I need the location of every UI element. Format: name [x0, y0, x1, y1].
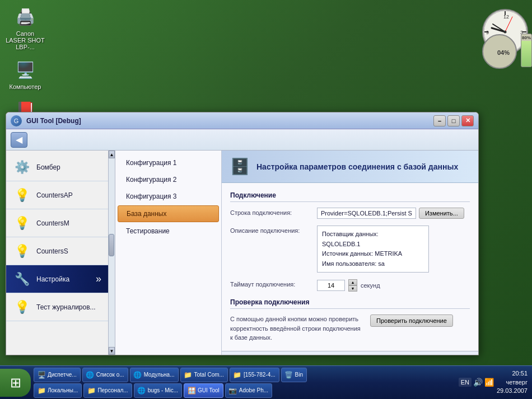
task155-label: [155-782-4... [244, 372, 276, 378]
conn-desc-line4: Имя пользователя: sa [322, 259, 424, 269]
scroll-down-button[interactable]: ▼ [109, 347, 115, 355]
module-icon: 🌐 [134, 371, 142, 379]
sub-navigation: Конфигурация 1 Конфигурация 2 Конфигурац… [115, 151, 222, 355]
taskbar-clock: 20:51 четверг 29.03.2007 [497, 369, 528, 395]
detail-content-area: Подключение Строка подключения: Provider… [222, 183, 478, 351]
minimize-button[interactable]: – [433, 115, 446, 126]
scroll-up-button[interactable]: ▲ [109, 151, 115, 158]
taskbar-row-2: 📁 Локальны... 📁 Персонал... 🌐 bugs - Mic… [34, 383, 459, 398]
counterss-label: CountersS [36, 247, 68, 255]
computer-label: Компьютер [10, 83, 41, 90]
subnav-config1[interactable]: Конфигурация 1 [118, 155, 219, 171]
close-button[interactable]: ✕ [461, 115, 474, 126]
taskbar: ⊞ 🖥️ Диспетче... 🌐 Список о... 🌐 Модульн… [0, 365, 532, 399]
sidebar-container: ⚙️ Бомбер 💡 CountersAP 💡 CountersM 💡 Cou… [6, 151, 115, 355]
maximize-button[interactable]: □ [447, 115, 460, 126]
spinner-up-button[interactable]: ▲ [348, 279, 357, 285]
timeout-input[interactable] [317, 280, 345, 291]
local-label: Локальны... [48, 387, 78, 393]
countersm-icon: 💡 [13, 214, 31, 232]
window-controls: – □ ✕ [433, 115, 474, 126]
taskbar-totalcmd[interactable]: 📁 Total Com... [180, 368, 228, 382]
taskbar-bin[interactable]: 🗑️ Bin [281, 368, 307, 382]
list-label: Список о... [96, 372, 124, 378]
system-gauges: 04% 80% [482, 34, 532, 70]
sidebar-item-nastroika[interactable]: 🔧 Настройка » [6, 265, 108, 293]
nastroika-icon: 🔧 [13, 270, 31, 288]
change-button[interactable]: Изменить... [419, 208, 464, 219]
bomber-label: Бомбер [36, 163, 60, 171]
conn-desc-box: Поставщик данных: SQLOLEDB.1 Источник да… [317, 226, 429, 273]
desktop-icon-printer[interactable]: 🖨️ Canon LASER SHOT LBP-... [6, 6, 45, 50]
sidebar-item-counterss[interactable]: 💡 CountersS [6, 237, 108, 265]
totalcmd-icon: 📁 [184, 371, 192, 379]
volume-icon[interactable]: 🔊 [473, 378, 483, 387]
taskbar-task155[interactable]: 📁 [155-782-4... [230, 368, 279, 382]
timeout-unit: секунд [361, 282, 380, 289]
local-icon: 📁 [38, 387, 45, 395]
spinner-buttons: ▲ ▼ [348, 279, 357, 292]
taskbar-bugs[interactable]: 🌐 bugs - Mic... [134, 383, 182, 398]
subnav-database[interactable]: База данных [118, 205, 219, 222]
connection-section-label: Подключение [230, 191, 470, 202]
taskbar-adobe-ph[interactable]: 📷 Adobe Ph... [225, 383, 272, 398]
bin-icon: 🗑️ [285, 371, 293, 379]
taskbar-module[interactable]: 🌐 Модульна... [130, 368, 179, 382]
systray: EN 🔊 📶 [459, 378, 494, 387]
printer-label: Canon LASER SHOT LBP-... [6, 30, 45, 50]
memory-bar: 80% [521, 34, 532, 67]
bin-label: Bin [295, 372, 303, 378]
desktop: 🖨️ Canon LASER SHOT LBP-... 🖥️ Компьютер… [0, 0, 532, 399]
testlog-icon: 💡 [13, 298, 31, 316]
check-connection-button[interactable]: Проверить подключение [370, 314, 453, 327]
counterss-icon: 💡 [13, 242, 31, 260]
check-section-label: Проверка подключения [230, 298, 470, 309]
taskbar-personal[interactable]: 📁 Персонал... [83, 383, 132, 398]
taskbar-right: EN 🔊 📶 20:51 четверг 29.03.2007 [459, 369, 532, 395]
conn-string-box: Provider=SQLOLEDB.1;Persist S Изменить..… [317, 208, 464, 219]
svg-text:12: 12 [503, 14, 509, 20]
bugs-label: bugs - Mic... [148, 387, 178, 393]
conn-string-value: Provider=SQLOLEDB.1;Persist S [317, 208, 416, 219]
sub-detail: 🗄️ Настройка параметров соединения с баз… [222, 151, 478, 355]
cpu-gauge: 04% [482, 34, 518, 70]
conn-desc-line3: Источник данных: METRIKA [322, 249, 424, 259]
personal-label: Персонал... [97, 387, 128, 393]
taskbar-list[interactable]: 🌐 Список о... [82, 368, 128, 382]
sidebar-item-testlog[interactable]: 💡 Тест журналиров... [6, 293, 108, 321]
taskbar-local[interactable]: 📁 Локальны... [34, 383, 82, 398]
countersm-label: CountersM [36, 219, 69, 227]
guitool-icon: 🪟 [188, 387, 195, 395]
sidebar-item-countersap[interactable]: 💡 CountersAP [6, 181, 108, 209]
taskbar-dispatcher[interactable]: 🖥️ Диспетче... [34, 368, 81, 382]
bugs-icon: 🌐 [138, 387, 146, 395]
start-button[interactable]: ⊞ [0, 369, 31, 397]
active-arrow: » [96, 273, 101, 285]
module-label: Модульна... [144, 372, 175, 378]
sidebar-scrollbar[interactable]: ▲ ▼ [108, 151, 115, 355]
taskbar-guitool[interactable]: 🪟 GUI Tool [184, 383, 223, 398]
conn-string-label: Строка подключения: [230, 208, 311, 216]
check-section: Проверка подключения С помощью данной кн… [230, 298, 470, 342]
spinner-down-button[interactable]: ▼ [348, 285, 357, 292]
clock-date: 29.03.2007 [497, 387, 528, 395]
network-icon: 📶 [484, 378, 494, 387]
sidebar-item-bomber[interactable]: ⚙️ Бомбер [6, 153, 108, 181]
subnav-config3[interactable]: Конфигурация 3 [118, 189, 219, 204]
desktop-icon-computer[interactable]: 🖥️ Компьютер [6, 59, 45, 90]
timeout-input-area: ▲ ▼ секунд [317, 279, 380, 292]
conn-desc-label: Описание подключения: [230, 226, 311, 234]
title-bar: G GUI Tool [Debug] – □ ✕ [6, 112, 478, 129]
scroll-thumb[interactable] [109, 234, 114, 256]
language-indicator[interactable]: EN [459, 378, 472, 387]
detail-header: 🗄️ Настройка параметров соединения с баз… [222, 151, 478, 183]
sidebar-item-countersm[interactable]: 💡 CountersM [6, 209, 108, 237]
connection-string-row: Строка подключения: Provider=SQLOLEDB.1;… [230, 208, 470, 219]
subnav-testing[interactable]: Тестирование [118, 223, 219, 239]
bomber-icon: ⚙️ [13, 158, 31, 176]
guitool-label: GUI Tool [198, 387, 220, 393]
back-button[interactable]: ◀ [11, 132, 27, 148]
connection-desc-row: Описание подключения: Поставщик данных: … [230, 226, 470, 273]
subnav-config2[interactable]: Конфигурация 2 [118, 172, 219, 187]
adobeph-label: Adobe Ph... [239, 387, 268, 393]
